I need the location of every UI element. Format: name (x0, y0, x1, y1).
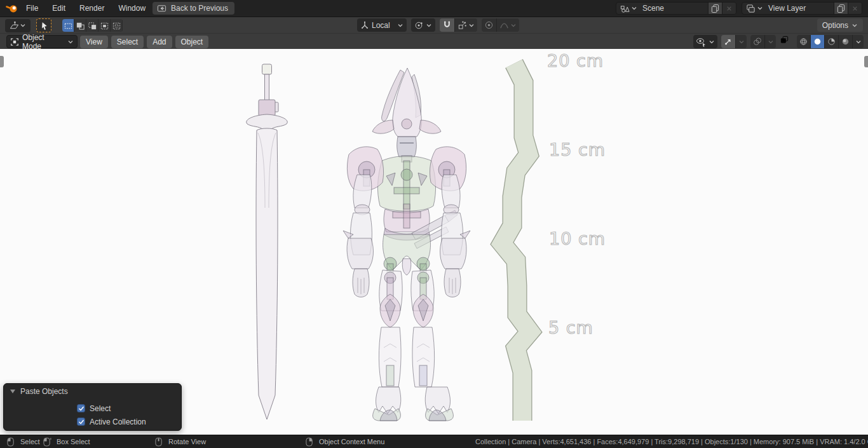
shading-solid-button[interactable] (811, 35, 825, 48)
active-tool-select-box[interactable] (36, 18, 51, 32)
menu-view[interactable]: View (80, 36, 108, 48)
select-mode-set[interactable] (62, 19, 74, 32)
view-layer-icon (746, 4, 756, 13)
scene-unlink-button (722, 3, 736, 14)
ruler-label-10cm[interactable]: 10 cm (549, 229, 606, 248)
mode-dropdown[interactable]: Object Mode (6, 35, 78, 48)
hint-box-select: Box Select (43, 435, 90, 448)
xray-toggle[interactable] (780, 35, 793, 48)
select-mode-invert[interactable] (98, 19, 111, 32)
view-layer-new-button[interactable] (834, 3, 848, 14)
hint-rotate-view-label: Rotate View (168, 438, 206, 445)
pivot-icon (414, 21, 423, 30)
cursor-icon (39, 21, 49, 31)
pivot-point-dropdown[interactable] (411, 18, 435, 32)
orientation-axes-icon (360, 21, 369, 30)
eye-pointer-icon (696, 37, 706, 47)
3d-viewport[interactable]: 20 cm 15 cm 10 cm 5 cm Paste Objects Sel… (0, 49, 868, 435)
shading-rendered-button[interactable] (839, 35, 853, 48)
view-layer-browse-button[interactable] (742, 3, 766, 14)
chevron-down-icon (631, 5, 637, 11)
shading-material-button[interactable] (825, 35, 839, 48)
option-row-active-collection: Active Collection (77, 415, 181, 428)
scene-statistics: Collection | Camera | Verts:4,651,436 | … (475, 435, 868, 448)
falloff-curve-icon (499, 20, 509, 30)
shading-group (797, 35, 864, 48)
left-mouse-icon (7, 437, 15, 447)
proportional-editing-toggle[interactable] (482, 18, 497, 32)
ruler-label-5cm[interactable]: 5 cm (548, 318, 593, 337)
proportional-falloff-dropdown (497, 18, 519, 32)
object-visibility-dropdown[interactable] (693, 35, 717, 48)
hint-box-select-label: Box Select (57, 438, 90, 445)
chevron-down-icon (757, 5, 763, 11)
overlays-group (750, 35, 776, 48)
character-model[interactable] (343, 68, 470, 421)
scene-new-button[interactable] (708, 3, 722, 14)
scene-canvas (0, 49, 868, 435)
collapse-triangle-icon (10, 390, 15, 393)
editor-type-dropdown[interactable] (5, 19, 31, 32)
blender-logo-icon[interactable] (5, 3, 19, 13)
view-layer-selector[interactable]: View Layer (742, 2, 862, 15)
tool-header: Local Options (0, 17, 868, 33)
scene-selector[interactable]: Scene (616, 2, 736, 15)
chevron-down-icon (709, 39, 715, 45)
chevron-down-icon (468, 22, 475, 29)
active-collection-checkbox-label: Active Collection (90, 417, 146, 426)
hint-select-label: Select (20, 438, 40, 445)
select-mode-group (62, 19, 123, 32)
right-mouse-icon (306, 437, 314, 447)
object-mode-icon (10, 37, 19, 46)
overlays-toggle[interactable] (750, 35, 765, 48)
menu-edit[interactable]: Edit (45, 0, 72, 17)
ruler-label-20cm[interactable]: 20 cm (547, 51, 604, 71)
snap-toggle-button[interactable] (440, 18, 455, 32)
menu-window[interactable]: Window (111, 0, 153, 17)
select-mode-intersect[interactable] (111, 19, 123, 32)
scale-ruler-object[interactable] (502, 64, 530, 421)
hint-select: Select (7, 435, 40, 448)
menu-object[interactable]: Object (175, 36, 209, 48)
option-row-select: Select (77, 402, 181, 415)
scene-icon (620, 4, 630, 13)
hint-context-menu-label: Object Context Menu (319, 438, 384, 445)
scene-name[interactable]: Scene (640, 4, 708, 13)
view-layer-name[interactable]: View Layer (766, 4, 834, 13)
snapping-group (440, 18, 477, 32)
scene-browse-button[interactable] (616, 3, 640, 14)
operator-panel-title: Paste Objects (20, 387, 68, 396)
shading-wireframe-button[interactable] (797, 35, 811, 48)
proportional-editing-group (482, 18, 519, 32)
operator-panel-header[interactable]: Paste Objects (4, 384, 181, 399)
view-layer-remove-button (848, 3, 862, 14)
snap-settings-dropdown[interactable] (455, 18, 477, 32)
shading-dropdown[interactable] (853, 35, 864, 48)
ruler-label-15cm[interactable]: 15 cm (549, 140, 606, 160)
topbar: File Edit Render Window Help Back to Pre… (0, 0, 868, 17)
viewport-header: Object Mode View Select Add Object (0, 33, 868, 49)
viewport-editor-icon (10, 21, 19, 31)
transform-orientation-dropdown[interactable]: Local (357, 18, 407, 32)
active-collection-checkbox[interactable] (77, 417, 85, 426)
orientation-value: Local (372, 21, 395, 30)
chevron-down-icon (397, 22, 403, 29)
chevron-down-icon (426, 22, 432, 29)
gizmos-toggle[interactable] (721, 35, 736, 48)
select-mode-subtract[interactable] (86, 19, 98, 32)
select-checkbox[interactable] (77, 404, 85, 412)
menu-render[interactable]: Render (72, 0, 111, 17)
sword-object[interactable] (247, 64, 287, 419)
operator-panel-paste-objects: Paste Objects Select Active Collection (3, 383, 182, 431)
gizmos-group (721, 35, 747, 48)
menu-add[interactable]: Add (147, 36, 172, 48)
back-to-previous-button[interactable]: Back to Previous (153, 2, 234, 15)
menu-select[interactable]: Select (111, 36, 144, 48)
chevron-down-icon (67, 39, 74, 45)
status-bar: Select Box Select Rotate View Object Con… (0, 435, 868, 448)
options-dropdown[interactable]: Options (817, 18, 863, 32)
menu-file[interactable]: File (19, 0, 45, 17)
select-mode-extend[interactable] (74, 19, 86, 32)
select-checkbox-label: Select (90, 404, 111, 413)
snap-increment-icon (458, 20, 467, 30)
